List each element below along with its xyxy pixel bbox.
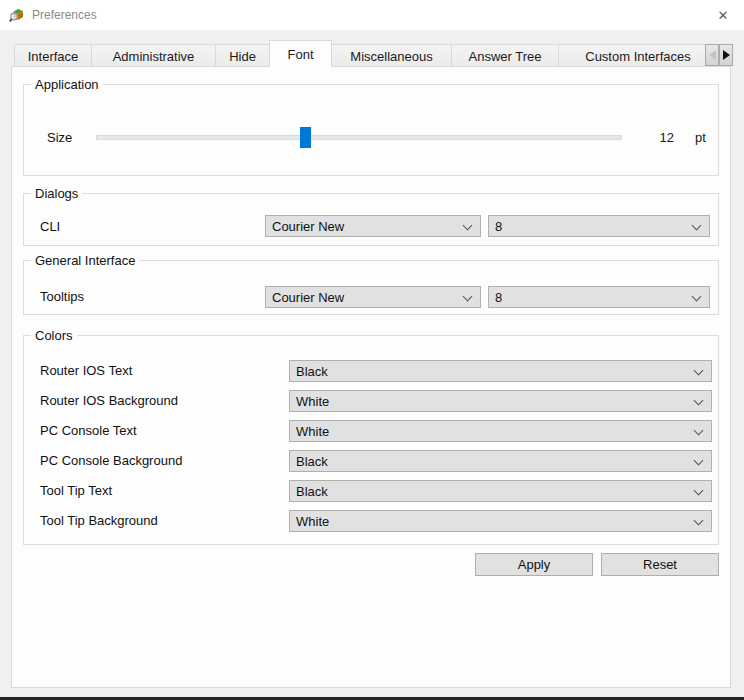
apply-button[interactable]: Apply	[475, 553, 593, 576]
title-bar: Preferences ✕	[0, 0, 744, 30]
colors-group-title: Colors	[31, 328, 77, 343]
router-ios-text-label: Router IOS Text	[40, 363, 132, 379]
tab-custom-interfaces[interactable]: Custom Interfaces	[558, 44, 705, 67]
tool-tip-text-select[interactable]: Black	[289, 480, 712, 502]
tooltips-font-select[interactable]: Courier New	[265, 286, 481, 308]
app-icon	[9, 7, 25, 23]
font-tab-panel: Application Size 12 pt Dialogs CLI Couri…	[11, 66, 731, 688]
size-label: Size	[47, 130, 72, 146]
cli-label: CLI	[40, 219, 60, 235]
tool-tip-background-select[interactable]: White	[289, 510, 712, 532]
reset-button[interactable]: Reset	[601, 553, 719, 576]
tab-bar: Interface Administrative Hide Font Misce…	[14, 40, 558, 67]
cli-font-select[interactable]: Courier New	[265, 215, 481, 237]
application-group-title: Application	[31, 77, 103, 92]
tab-administrative[interactable]: Administrative	[91, 44, 216, 67]
tool-tip-text-label: Tool Tip Text	[40, 483, 112, 499]
tooltips-size-select[interactable]: 8	[488, 286, 710, 308]
tool-tip-background-label: Tool Tip Background	[40, 513, 158, 529]
chevron-down-icon	[694, 396, 704, 406]
colors-group: Colors Router IOS Text Black Router IOS …	[23, 335, 719, 545]
general-interface-group-title: General Interface	[31, 253, 139, 268]
size-slider-track[interactable]	[96, 135, 622, 140]
chevron-down-icon	[692, 221, 702, 231]
application-group: Application Size 12 pt	[23, 84, 719, 176]
dialogs-group: Dialogs CLI Courier New 8	[23, 193, 719, 246]
pc-console-text-select[interactable]: White	[289, 420, 712, 442]
tab-interface[interactable]: Interface	[14, 44, 92, 67]
tooltips-label: Tooltips	[40, 289, 84, 305]
router-ios-background-select[interactable]: White	[289, 390, 712, 412]
pc-console-background-label: PC Console Background	[40, 453, 182, 469]
general-interface-group: General Interface Tooltips Courier New 8	[23, 260, 719, 315]
chevron-down-icon	[694, 516, 704, 526]
size-slider-handle[interactable]	[300, 127, 311, 148]
tab-font[interactable]: Font	[269, 40, 332, 67]
size-unit: pt	[695, 130, 706, 145]
cli-size-select[interactable]: 8	[488, 215, 710, 237]
scroll-right-icon	[723, 50, 730, 60]
close-button[interactable]: ✕	[702, 0, 744, 30]
tab-miscellaneous[interactable]: Miscellaneous	[331, 44, 452, 67]
tab-scroll-right-button[interactable]	[719, 44, 733, 66]
chevron-down-icon	[694, 486, 704, 496]
tab-clip-region: Custom Interfaces	[558, 40, 705, 67]
chevron-down-icon	[463, 221, 473, 231]
chevron-down-icon	[694, 456, 704, 466]
tab-hide[interactable]: Hide	[215, 44, 270, 67]
pc-console-text-label: PC Console Text	[40, 423, 137, 439]
dialogs-group-title: Dialogs	[31, 186, 82, 201]
size-value: 12	[584, 130, 674, 145]
tab-scroll-left-button[interactable]	[705, 44, 719, 66]
chevron-down-icon	[692, 292, 702, 302]
scroll-left-icon	[709, 50, 716, 60]
chevron-down-icon	[694, 366, 704, 376]
tab-answer-tree[interactable]: Answer Tree	[451, 44, 559, 67]
chevron-down-icon	[463, 292, 473, 302]
pc-console-background-select[interactable]: Black	[289, 450, 712, 472]
window-title: Preferences	[32, 8, 97, 22]
router-ios-background-label: Router IOS Background	[40, 393, 178, 409]
router-ios-text-select[interactable]: Black	[289, 360, 712, 382]
chevron-down-icon	[694, 426, 704, 436]
